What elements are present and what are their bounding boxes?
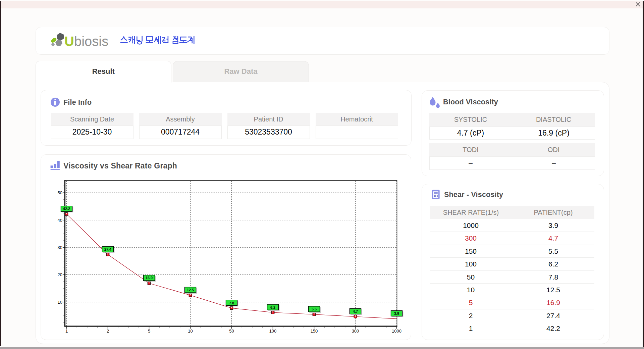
svg-text:6.2: 6.2 [270,305,275,309]
svg-text:30: 30 [58,245,62,250]
svg-text:50: 50 [229,329,234,334]
svg-text:7.8: 7.8 [229,301,234,305]
svg-text:10: 10 [58,300,62,305]
svg-text:100: 100 [269,329,277,334]
svg-text:150: 150 [311,329,318,334]
svg-text:20: 20 [58,272,62,277]
svg-text:12.5: 12.5 [187,288,194,292]
svg-text:27.4: 27.4 [104,247,111,251]
svg-text:5.5: 5.5 [312,307,317,311]
svg-text:40: 40 [58,218,62,223]
svg-text:2: 2 [107,329,109,334]
svg-text:1000: 1000 [392,329,401,334]
svg-text:4.7: 4.7 [353,309,358,313]
svg-text:3.9: 3.9 [394,311,399,315]
svg-text:16.9: 16.9 [146,276,153,280]
svg-text:10: 10 [188,329,193,334]
svg-text:50: 50 [58,190,62,195]
svg-text:300: 300 [352,329,359,334]
svg-text:5: 5 [148,329,150,334]
svg-text:42.2: 42.2 [63,207,70,211]
svg-text:1: 1 [65,329,68,334]
